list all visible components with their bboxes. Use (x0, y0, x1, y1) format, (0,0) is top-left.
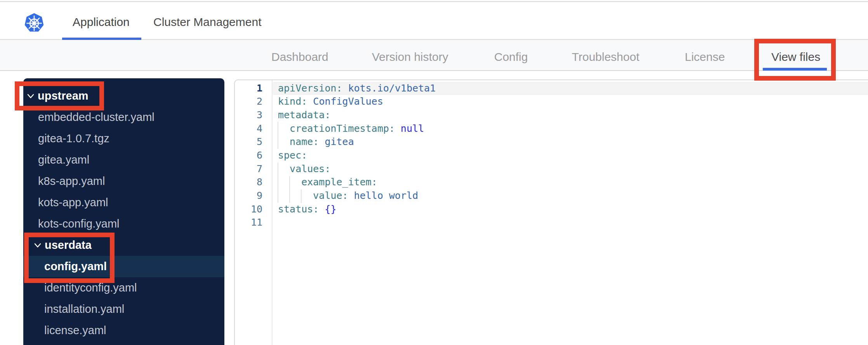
tree-item-label: k8s-app.yaml (38, 175, 105, 188)
line-number: 6 (235, 149, 272, 162)
code-line-9: value: hello world (278, 189, 868, 203)
line-number: 3 (235, 109, 272, 122)
code-line-7: values: (278, 162, 868, 176)
tree-item-label: embedded-cluster.yaml (38, 111, 155, 124)
chevron-down-icon[interactable] (34, 243, 41, 248)
code-line-5: name: gitea (278, 135, 868, 149)
line-number: 10 (235, 203, 272, 216)
line-number: 8 (235, 176, 272, 189)
line-number: 2 (235, 95, 272, 109)
tab-license[interactable]: License (685, 40, 725, 70)
tab-troubleshoot[interactable]: Troubleshoot (572, 40, 639, 70)
line-number: 5 (235, 135, 272, 149)
file-embedded-cluster-yaml[interactable]: embedded-cluster.yaml (23, 107, 224, 128)
code-line-11 (278, 216, 868, 229)
tree-item-label: kots-config.yaml (38, 217, 120, 230)
tab-version-history[interactable]: Version history (372, 40, 448, 70)
line-number: 11 (235, 216, 272, 229)
code-line-4: creationTimestamp: null (278, 122, 868, 136)
active-tab-underline (763, 68, 827, 71)
tree-item-label: config.yaml (44, 260, 107, 273)
code-line-6: spec: (278, 149, 868, 162)
app-header: Application Cluster Management (0, 2, 868, 40)
code-line-3: metadata: (278, 109, 868, 122)
code-content: apiVersion: kots.io/v1beta1kind: ConfigV… (273, 80, 868, 345)
line-number-gutter: 1234567891011 (235, 80, 273, 345)
tree-item-label: gitea.yaml (38, 154, 89, 166)
tree-item-label: gitea-1.0.7.tgz (38, 132, 109, 145)
tab-application[interactable]: Application (73, 2, 130, 39)
kubernetes-logo-icon (24, 13, 44, 33)
file-k8s-app-yaml[interactable]: k8s-app.yaml (23, 171, 224, 192)
file-kots-app-yaml[interactable]: kots-app.yaml (23, 192, 224, 213)
code-line-8: example_item: (278, 176, 868, 189)
tree-item-label: upstream (38, 90, 89, 102)
tree-item-label: userdata (45, 239, 92, 252)
folder-upstream[interactable]: upstream (23, 85, 224, 107)
line-number: 9 (235, 189, 272, 203)
tab-config[interactable]: Config (494, 40, 528, 70)
line-number: 4 (235, 122, 272, 136)
file-installation-yaml[interactable]: installation.yaml (23, 298, 224, 320)
tab-cluster-management[interactable]: Cluster Management (153, 2, 261, 39)
code-line-10: status: {} (278, 203, 868, 216)
tree-item-label: license.yaml (44, 324, 106, 337)
tree-item-label: installation.yaml (44, 303, 124, 316)
file-license-yaml[interactable]: license.yaml (23, 320, 224, 341)
file-gitea-yaml[interactable]: gitea.yaml (23, 149, 224, 171)
tree-item-label: kots-app.yaml (38, 196, 108, 209)
tree-item-label: identityconfig.yaml (44, 281, 137, 294)
line-number: 7 (235, 162, 272, 176)
file-identityconfig-yaml[interactable]: identityconfig.yaml (23, 277, 224, 298)
folder-userdata[interactable]: userdata (23, 235, 224, 256)
secondary-nav: DashboardVersion historyConfigTroublesho… (0, 40, 868, 71)
file-tree-sidebar: upstreamembedded-cluster.yamlgitea-1.0.7… (23, 78, 224, 345)
line-number: 1 (235, 82, 272, 95)
file-kots-config-yaml[interactable]: kots-config.yaml (23, 213, 224, 235)
file-viewer-editor[interactable]: 1234567891011 apiVersion: kots.io/v1beta… (234, 79, 868, 345)
tab-dashboard[interactable]: Dashboard (271, 40, 328, 70)
chevron-down-icon[interactable] (27, 93, 34, 99)
code-line-1: apiVersion: kots.io/v1beta1 (278, 82, 868, 95)
file-config-yaml[interactable]: config.yaml (23, 256, 224, 277)
code-line-2: kind: ConfigValues (278, 95, 868, 109)
tab-view-files[interactable]: View files (771, 40, 820, 70)
file-gitea-1-0-7-tgz[interactable]: gitea-1.0.7.tgz (23, 128, 224, 149)
